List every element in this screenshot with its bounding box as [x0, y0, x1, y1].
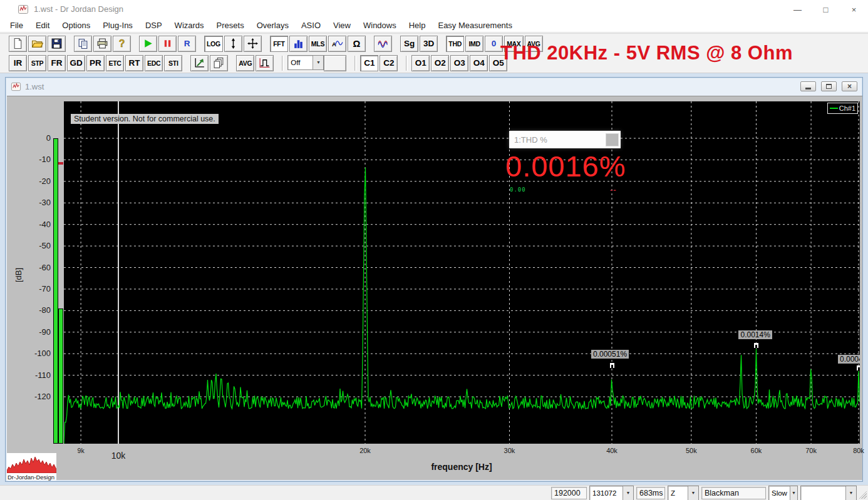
open-folder-button[interactable] [28, 36, 46, 52]
thd-readout-menu-button[interactable] [606, 133, 619, 146]
3d-button[interactable]: 3D [420, 36, 438, 52]
wave-button[interactable] [374, 36, 392, 52]
x-tick-label: 9k [62, 447, 100, 454]
menu-wizards[interactable]: Wizards [168, 19, 210, 33]
child-titlebar[interactable]: 1.wst × [6, 78, 862, 96]
sine-response-button[interactable]: A [328, 36, 346, 52]
imd-button[interactable]: IMD [465, 36, 483, 52]
peak-annotation-label: 0.0014% [738, 330, 772, 339]
pause-button[interactable] [158, 36, 177, 52]
window-title: 1.wst - Dr Jordan Design [34, 4, 123, 14]
resize-grip[interactable] [859, 491, 867, 499]
mdi-workspace: 1.wst × [dB] Student version. Not for co… [0, 73, 868, 485]
toolbar-group-smoothing: Off▼ [287, 55, 348, 71]
menu-view[interactable]: View [327, 19, 357, 33]
child-minimize-button[interactable] [800, 81, 816, 91]
toolbar-separator [354, 56, 356, 71]
etc-button[interactable]: ETC [106, 55, 124, 71]
o2-button[interactable]: O2 [431, 55, 449, 71]
menu-asio[interactable]: ASIO [295, 19, 327, 33]
button-label: O4 [473, 58, 485, 68]
stp-button[interactable]: STP [28, 55, 46, 71]
thd-readout-titlebar[interactable]: 1:THD % [509, 131, 621, 148]
chevron-down-icon[interactable]: ▼ [790, 486, 797, 500]
c2-button[interactable]: C2 [380, 55, 398, 71]
close-button[interactable]: × [840, 0, 868, 19]
smoothing-dropdown[interactable]: Off▼ [287, 55, 324, 70]
sti-button[interactable]: STI [164, 55, 182, 71]
pr-button[interactable]: PR [86, 55, 105, 71]
y-tick-label: 0 [12, 133, 51, 143]
avg-button[interactable]: AVG [236, 55, 254, 71]
graph-export-button[interactable] [190, 55, 209, 71]
measurement-banner: THD 20KHz - 5V RMS @ 8 Ohm [488, 39, 805, 68]
chevron-down-icon[interactable]: ▼ [688, 486, 698, 500]
menu-file[interactable]: File [4, 19, 29, 33]
chevron-down-icon[interactable]: ▼ [313, 56, 323, 69]
sg-button[interactable]: Sg [400, 36, 418, 52]
pages-button[interactable] [210, 55, 228, 71]
status-fft-size-dropdown[interactable]: 131072▼ [589, 486, 634, 500]
x-tick-label: 10k [100, 451, 137, 461]
chevron-down-icon[interactable]: ▼ [845, 486, 856, 500]
button-label: IMD [468, 40, 480, 48]
maximize-button[interactable]: □ [812, 0, 840, 19]
menu-edit[interactable]: Edit [29, 19, 56, 33]
menu-easy-measurements[interactable]: Easy Measurements [431, 19, 519, 33]
o3-button[interactable]: O3 [450, 55, 468, 71]
omega-button[interactable]: Ω [348, 36, 366, 52]
child-restore-button[interactable] [821, 81, 837, 91]
status-sample-rate: 192000 [551, 487, 587, 499]
chevron-down-icon[interactable]: ▼ [623, 486, 633, 500]
play-icon [142, 38, 154, 49]
child-close-button[interactable]: × [842, 81, 857, 91]
edc-button[interactable]: EDC [145, 55, 163, 71]
log-button[interactable]: LOG [204, 36, 223, 52]
o4-button[interactable]: O4 [470, 55, 488, 71]
menu-windows[interactable]: Windows [357, 19, 403, 33]
gd-button[interactable]: GD [67, 55, 85, 71]
x-axis-title: frequency [Hz] [368, 462, 555, 472]
button-label: RT [129, 58, 140, 68]
fft-button[interactable]: FFT [270, 36, 288, 52]
y-tick-label: -110 [12, 370, 51, 380]
status-extra-dropdown[interactable]: ▼ [800, 486, 857, 500]
mls-button[interactable]: MLS [309, 36, 327, 52]
minimize-button[interactable]: — [783, 0, 812, 19]
level-meter-bar [58, 309, 63, 444]
menu-options[interactable]: Options [56, 19, 96, 33]
bar-chart-button[interactable] [289, 36, 307, 52]
document-scribble-icon [11, 81, 21, 92]
play-button[interactable] [139, 36, 157, 52]
button-label: AVG [239, 59, 252, 67]
menu-help[interactable]: Help [403, 19, 432, 33]
ir-button[interactable]: IR [9, 55, 27, 71]
print-button[interactable] [93, 36, 111, 52]
open-folder-icon [31, 38, 43, 49]
menu-dsp[interactable]: DSP [139, 19, 168, 33]
o1-button[interactable]: O1 [411, 55, 430, 71]
fr-button[interactable]: FR [48, 55, 66, 71]
gate-button[interactable] [256, 55, 274, 71]
vertical-arrows-button[interactable] [224, 36, 242, 52]
x-tick-label: 30k [490, 447, 528, 454]
menu-plug-ins[interactable]: Plug-Ins [96, 19, 139, 33]
menu-overlays[interactable]: Overlays [251, 19, 295, 33]
rt-button[interactable]: RT [125, 55, 143, 71]
move-arrows-button[interactable] [244, 36, 262, 52]
thd-button[interactable]: THD [446, 36, 464, 52]
r-button[interactable]: R [178, 36, 196, 52]
status-speed-dropdown[interactable]: Slow▼ [768, 486, 798, 500]
print-icon [96, 38, 108, 49]
spectrum-plot[interactable]: Student version. Not for commercial use.… [64, 101, 860, 444]
copy-button[interactable] [74, 36, 92, 52]
save-button[interactable] [48, 36, 66, 52]
status-weighting-dropdown[interactable]: Z▼ [668, 486, 699, 500]
button-label: IR [14, 58, 23, 68]
logo-text: Dr-Jordan-Design [8, 474, 54, 481]
c1-button[interactable]: C1 [360, 55, 378, 71]
new-document-button[interactable] [9, 36, 27, 52]
help-button[interactable]: ? [113, 36, 131, 52]
blank-button[interactable] [324, 55, 346, 71]
menu-presets[interactable]: Presets [210, 19, 251, 33]
